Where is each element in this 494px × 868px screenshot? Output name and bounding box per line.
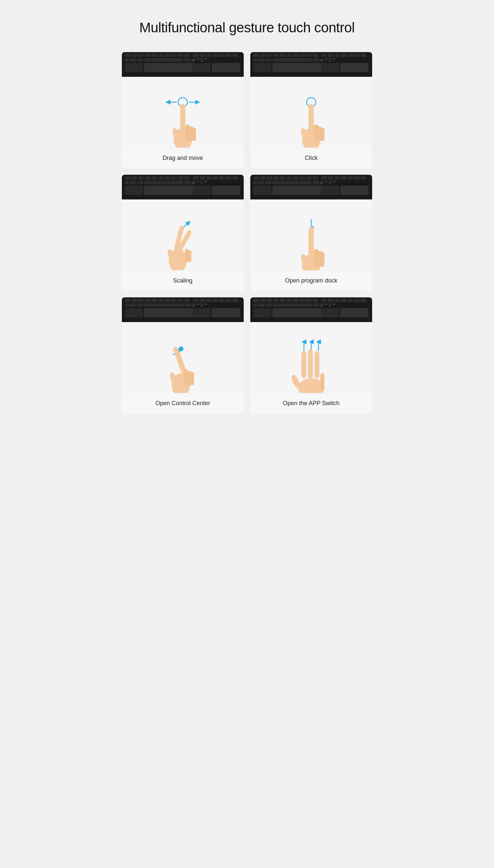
svg-text:<: <: [174, 55, 174, 57]
svg-text:Z: Z: [255, 55, 257, 57]
svg-text:X: X: [134, 177, 135, 179]
svg-text:Z: Z: [127, 55, 129, 57]
svg-text:V: V: [215, 177, 216, 179]
svg-rect-53: [125, 63, 143, 72]
svg-text:X: X: [202, 300, 203, 302]
svg-rect-121: [272, 63, 323, 72]
keyboard-control-center: Z X C V B N M < > ? Z X C V B N M: [122, 297, 244, 322]
svg-text:?: ?: [315, 55, 316, 57]
svg-rect-107: [272, 58, 312, 62]
svg-text:Z: Z: [127, 300, 129, 302]
gesture-card-app-switch: Z X C V B N M < > ? Z X C V B N M: [250, 297, 372, 413]
scaling-illustration: [150, 201, 216, 270]
svg-text:▼: ▼: [201, 183, 202, 184]
svg-text:>: >: [180, 300, 181, 302]
svg-rect-40: [144, 58, 184, 62]
svg-text:>: >: [309, 300, 309, 302]
svg-text:B: B: [350, 55, 351, 57]
svg-text:B: B: [221, 55, 223, 57]
svg-text:alt opt: alt opt: [260, 60, 264, 61]
svg-text:C: C: [208, 55, 210, 57]
svg-text:N: N: [228, 300, 229, 302]
svg-rect-261: [321, 252, 324, 267]
caption-app-switch: Open the APP Switch: [280, 395, 343, 413]
svg-rect-303: [144, 303, 184, 307]
svg-text:⌘ cmd: ⌘ cmd: [138, 60, 142, 61]
svg-rect-253: [321, 186, 339, 195]
caption-scaling: Scaling: [170, 272, 196, 291]
svg-text:✱: ✱: [193, 182, 194, 184]
hand-app-switch: [250, 322, 372, 395]
program-dock-illustration: [278, 201, 344, 270]
svg-rect-390: [301, 354, 306, 378]
svg-text:⌘ cmd: ⌘ cmd: [266, 182, 271, 184]
svg-text:C: C: [269, 55, 270, 57]
svg-text:?: ?: [187, 177, 188, 179]
svg-text:>: >: [180, 177, 181, 179]
svg-text:fn: fn: [126, 60, 127, 61]
svg-text:N: N: [228, 55, 229, 57]
svg-text:▼: ▼: [201, 60, 202, 62]
svg-text:B: B: [221, 300, 223, 302]
svg-point-258: [309, 227, 314, 233]
svg-rect-385: [340, 308, 368, 318]
svg-text:M: M: [295, 300, 297, 302]
svg-point-127: [309, 104, 314, 110]
svg-rect-172: [144, 181, 184, 184]
svg-text:C: C: [208, 177, 210, 179]
svg-text:✱: ✱: [321, 59, 322, 61]
svg-rect-384: [321, 308, 339, 318]
svg-text:M: M: [363, 300, 365, 302]
svg-text:<: <: [174, 300, 174, 302]
svg-text:M: M: [234, 55, 236, 57]
svg-rect-196: [188, 251, 191, 262]
svg-text:M: M: [295, 55, 297, 57]
gesture-card-program-dock: Z X C V B N M < > ? Z X C V B N M: [250, 175, 372, 291]
svg-text:N: N: [288, 177, 290, 179]
svg-point-391: [301, 351, 306, 357]
svg-rect-396: [320, 373, 324, 390]
svg-rect-185: [125, 186, 143, 195]
svg-text:?: ?: [187, 55, 188, 57]
svg-rect-252: [272, 186, 323, 195]
svg-text:✱: ✱: [193, 59, 194, 61]
hand-control-center: [122, 322, 244, 395]
svg-text:V: V: [215, 55, 216, 57]
svg-text:M: M: [234, 300, 236, 302]
svg-text:N: N: [228, 177, 229, 179]
gesture-card-control-center: Z X C V B N M < > ? Z X C V B N M: [122, 297, 244, 413]
gesture-grid: Z X C V B N M < > ? Z X C V B N: [122, 52, 372, 413]
svg-rect-394: [315, 354, 320, 378]
svg-rect-123: [340, 63, 368, 72]
svg-text:✱: ✱: [321, 182, 322, 184]
svg-text:Z: Z: [323, 55, 325, 57]
svg-text:✱: ✱: [193, 305, 194, 307]
svg-point-62: [180, 104, 185, 110]
svg-text:N: N: [160, 55, 162, 57]
svg-text:cmd: cmd: [315, 305, 317, 307]
gesture-card-click: Z X C V B N M < > ? Z X C V B N M: [250, 52, 372, 168]
svg-text:>: >: [309, 55, 309, 57]
svg-text:V: V: [147, 55, 148, 57]
svg-text:B: B: [282, 55, 283, 57]
svg-text:M: M: [363, 177, 365, 179]
keyboard-click: Z X C V B N M < > ? Z X C V B N M: [250, 52, 372, 77]
control-center-illustration: [150, 324, 216, 393]
svg-text:N: N: [160, 177, 162, 179]
svg-text:V: V: [343, 55, 344, 57]
click-illustration: [278, 78, 344, 148]
svg-rect-392: [308, 352, 313, 378]
svg-text:alt opt: alt opt: [131, 182, 135, 184]
svg-text:⌘ cmd: ⌘ cmd: [266, 305, 271, 307]
svg-text:Z: Z: [255, 177, 257, 179]
svg-rect-316: [125, 308, 143, 318]
svg-rect-188: [212, 186, 240, 195]
svg-text:C: C: [269, 300, 270, 302]
page-title: Multifunctional gesture touch control: [122, 20, 372, 36]
svg-rect-128: [314, 125, 319, 141]
svg-text:V: V: [275, 55, 277, 57]
caption-drag-move: Drag and move: [159, 149, 206, 168]
svg-text:M: M: [234, 177, 236, 179]
svg-text:?: ?: [187, 300, 188, 302]
svg-text:V: V: [343, 177, 344, 179]
